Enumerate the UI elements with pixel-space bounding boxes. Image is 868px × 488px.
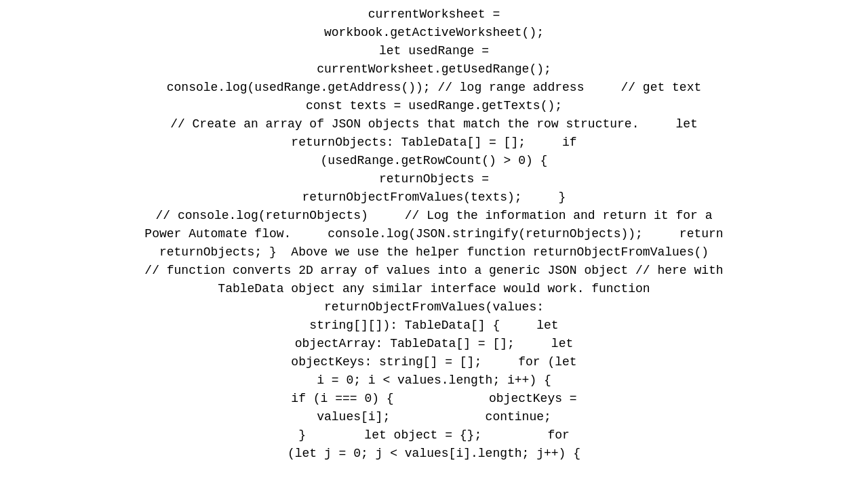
code-line-1: workbook.getActiveWorksheet(); [136,24,732,42]
code-line-2: let usedRange = [136,42,732,60]
code-line-8: (usedRange.getRowCount() > 0) { [136,152,732,170]
code-line-15: TableData object any similar interface w… [136,280,732,298]
code-line-14: // function converts 2D array of values … [136,262,732,280]
code-line-12: Power Automate flow. console.log(JSON.st… [136,225,732,243]
code-line-6: // Create an array of JSON objects that … [136,115,732,134]
code-line-0: currentWorksheet = [136,5,732,24]
code-line-11: // console.log(returnObjects) // Log the… [136,207,732,225]
code-content: currentWorksheet =workbook.getActiveWork… [0,5,868,463]
code-line-17: string[][]): TableData[] { let [136,317,732,335]
code-line-4: console.log(usedRange.getAddress()); // … [136,79,732,97]
code-line-5: const texts = usedRange.getTexts(); [136,97,732,115]
code-line-20: i = 0; i < values.length; i++) { [136,371,732,390]
code-line-22: values[i]; continue; [136,408,732,426]
code-line-10: returnObjectFromValues(texts); } [136,188,732,207]
code-line-21: if (i === 0) { objectKeys = [136,390,732,408]
code-line-16: returnObjectFromValues(values: [136,298,732,317]
code-line-24: (let j = 0; j < values[i].length; j++) { [136,445,732,463]
code-line-3: currentWorksheet.getUsedRange(); [136,60,732,79]
code-line-13: returnObjects; } Above we use the helper… [136,243,732,262]
code-line-18: objectArray: TableData[] = []; let [136,335,732,353]
code-line-19: objectKeys: string[] = []; for (let [136,353,732,371]
code-line-23: } let object = {}; for [136,426,732,445]
code-line-7: returnObjects: TableData[] = []; if [136,134,732,152]
code-line-9: returnObjects = [136,170,732,188]
code-display: currentWorksheet =workbook.getActiveWork… [0,0,868,488]
